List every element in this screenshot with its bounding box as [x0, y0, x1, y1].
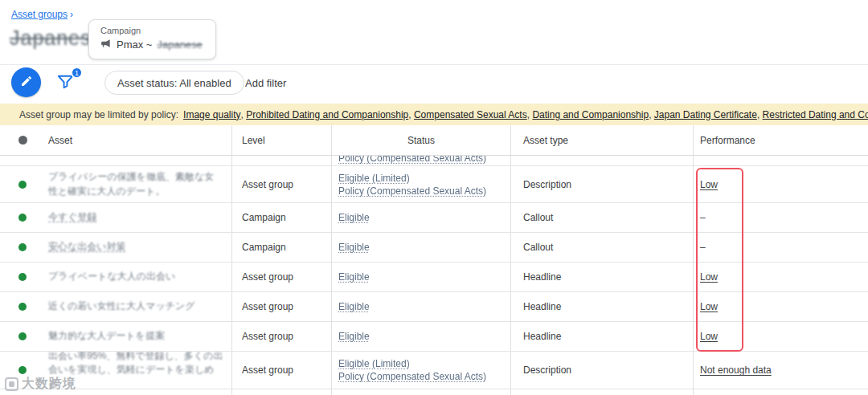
level-value: Asset group	[242, 331, 293, 342]
status-link[interactable]: Eligible	[338, 331, 370, 342]
pencil-icon	[20, 75, 33, 91]
asset-status-filter-chip[interactable]: Asset status: All enabled	[104, 71, 244, 95]
policy-limit-banner: Asset group may be limited by policy: Im…	[0, 104, 868, 125]
enabled-status-dot	[18, 366, 27, 374]
campaign-selector-card[interactable]: Campaign Pmax ~ Japanese	[88, 19, 216, 59]
asset-type-value: Headline	[523, 271, 561, 283]
level-value: Asset group	[242, 271, 293, 283]
column-header-asset[interactable]: Asset	[45, 125, 231, 155]
status-policy-link[interactable]: Policy (Compensated Sexual Acts)	[338, 371, 486, 382]
asset-type-value: Callout	[523, 242, 553, 253]
status-link[interactable]: Eligible	[338, 271, 370, 283]
filter-count-badge: 1	[71, 67, 83, 79]
asset-text: 近くの若い女性に大人マッチング	[48, 299, 195, 313]
breadcrumb-chevron-icon: ›	[70, 9, 73, 20]
performance-link[interactable]: Low	[700, 301, 718, 312]
policy-link-japan-dating-certificate[interactable]: Japan Dating Certificate	[654, 109, 757, 120]
campaign-type-icon	[100, 38, 112, 51]
column-header-asset-type[interactable]: Asset type	[510, 125, 693, 155]
header-divider	[0, 64, 868, 65]
performance-link[interactable]: Low	[700, 331, 718, 342]
performance-value: –	[700, 242, 706, 253]
policy-link-compensated-sexual-acts[interactable]: Compensated Sexual Acts	[414, 109, 527, 120]
enabled-status-dot	[18, 332, 27, 340]
performance-link[interactable]: Low	[700, 179, 718, 190]
asset-type-value: Description	[523, 364, 571, 376]
table-row[interactable]: 出会い率95%、無料で登録し、多くの出会いを実現し、気軽にデートを楽しめる As…	[0, 352, 868, 389]
status-link[interactable]: Eligible (Limited)	[338, 358, 410, 369]
add-filter-button[interactable]: Add filter	[245, 77, 286, 89]
google-ads-asset-report-page: Asset groups› Japanese Campaign Pmax ~ J…	[0, 0, 868, 395]
performance-link[interactable]: Low	[700, 271, 718, 283]
status-link[interactable]: Eligible	[338, 242, 370, 253]
enabled-status-dot	[18, 181, 27, 189]
asset-text: 安心な出会い対策	[48, 240, 126, 254]
level-value: Campaign	[242, 212, 286, 223]
funnel-icon	[56, 79, 75, 93]
status-policy-link[interactable]: Policy (Compensated Sexual Acts)	[338, 185, 486, 197]
policy-link-prohibited-dating[interactable]: Prohibited Dating and Companionship	[246, 109, 408, 120]
asset-type-value: Callout	[523, 212, 553, 223]
table-header-row: Asset Level Status Asset type Performanc…	[0, 125, 868, 156]
policy-banner-prefix: Asset group may be limited by policy:	[19, 109, 178, 120]
table-row[interactable]: 安心な出会い対策 Campaign Eligible Callout –	[0, 233, 868, 263]
level-value: Asset group	[242, 301, 293, 312]
enabled-status-dot	[18, 273, 27, 281]
status-link[interactable]: Eligible	[338, 212, 370, 223]
table-row[interactable]: 近くの若い女性に大人マッチング Asset group Eligible Hea…	[0, 292, 868, 322]
performance-value: –	[700, 212, 706, 223]
enabled-status-dot	[18, 214, 27, 222]
watermark-text: 大数跨境	[22, 376, 76, 393]
assets-table: Asset Level Status Asset type Performanc…	[0, 125, 868, 395]
watermark-logo-icon	[5, 377, 18, 391]
column-header-performance[interactable]: Performance	[693, 125, 868, 155]
enabled-status-dot	[18, 243, 27, 251]
asset-text: 魅力的な大人デートを提案	[48, 329, 165, 343]
table-row-partial-bottom	[0, 389, 868, 395]
asset-type-value: Headline	[523, 301, 561, 312]
table-row[interactable]: プライベートな大人の出会い Asset group Eligible Headl…	[0, 263, 868, 292]
status-link[interactable]: Eligible (Limited)	[338, 173, 410, 184]
filter-button[interactable]: 1	[56, 72, 77, 92]
breadcrumb[interactable]: Asset groups›	[11, 9, 73, 20]
column-header-level[interactable]: Level	[231, 125, 331, 155]
edit-button[interactable]	[11, 67, 41, 97]
level-value: Asset group	[242, 179, 293, 190]
asset-text: プライベートな大人の出会い	[48, 270, 175, 283]
column-header-status[interactable]: Status	[331, 125, 510, 155]
table-row[interactable]: 魅力的な大人デートを提案 Asset group Eligible Headli…	[0, 322, 868, 352]
status-policy-link[interactable]: Policy (Compensated Sexual Acts)	[338, 156, 486, 164]
asset-text: プライバシーの保護を徹底、素敵な女性と確実に大人のデート。	[48, 170, 223, 198]
campaign-card-label: Campaign	[100, 26, 203, 35]
performance-link[interactable]: Not enough data	[700, 364, 772, 376]
asset-type-value: Headline	[523, 331, 561, 342]
asset-text: 今すぐ登録	[48, 210, 97, 224]
table-row[interactable]: 今すぐ登録 Campaign Eligible Callout –	[0, 203, 868, 233]
policy-link-dating-companionship[interactable]: Dating and Companionship	[532, 109, 649, 120]
campaign-name-prefix: Pmax ~	[117, 39, 152, 51]
watermark: 大数跨境	[5, 376, 76, 393]
status-link[interactable]: Eligible	[338, 301, 370, 312]
asset-type-value: Description	[523, 179, 571, 190]
enabled-status-dot	[18, 303, 27, 311]
table-row-partial-top: Policy (Compensated Sexual Acts)	[0, 156, 868, 166]
level-value: Asset group	[242, 364, 293, 376]
campaign-name-redacted: Japanese	[157, 39, 202, 51]
policy-link-restricted-dating[interactable]: Restricted Dating and Companionship	[763, 109, 868, 120]
level-value: Campaign	[242, 242, 286, 253]
status-dot-column-icon[interactable]	[18, 136, 27, 145]
policy-link-image-quality[interactable]: Image quality	[183, 109, 240, 120]
table-row[interactable]: プライバシーの保護を徹底、素敵な女性と確実に大人のデート。 Asset grou…	[0, 166, 868, 203]
breadcrumb-asset-groups-link[interactable]: Asset groups	[11, 9, 68, 20]
